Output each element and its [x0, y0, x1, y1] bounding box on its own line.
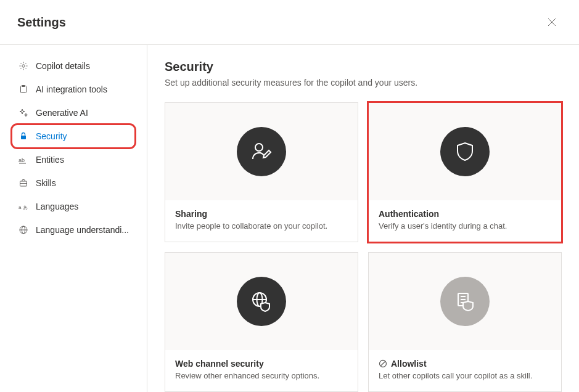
card-allowlist[interactable]: Allowlist Let other copilots call your c… — [368, 252, 562, 392]
sidebar-item-label: Copilot details — [36, 61, 90, 71]
language-icon: aあ — [18, 202, 28, 211]
svg-text:ab: ab — [18, 157, 25, 163]
svg-rect-3 — [21, 136, 26, 139]
card-icon-area — [369, 103, 561, 200]
card-title: Sharing — [175, 209, 348, 219]
sidebar-item-languages[interactable]: aあ Languages — [0, 195, 147, 218]
sidebar-item-copilot-details[interactable]: Copilot details — [0, 55, 147, 77]
sidebar-item-label: Language understandi... — [36, 225, 129, 235]
card-title: Web channel security — [175, 359, 348, 369]
sidebar-item-ai-integration[interactable]: AI integration tools — [0, 78, 147, 100]
close-icon — [548, 18, 556, 27]
clipboard-icon — [18, 84, 28, 94]
svg-rect-1 — [21, 86, 27, 93]
close-button[interactable] — [542, 12, 562, 32]
globe-icon — [18, 225, 28, 235]
page-title: Settings — [17, 15, 66, 30]
prohibited-icon — [379, 359, 387, 368]
svg-text:あ: あ — [23, 205, 28, 210]
card-icon-area — [165, 253, 358, 350]
svg-line-22 — [380, 361, 385, 366]
card-web-channel-security[interactable]: Web channel security Review other enhanc… — [165, 252, 358, 392]
sidebar-item-entities[interactable]: ab Entities — [0, 149, 147, 171]
sidebar-item-skills[interactable]: Skills — [0, 172, 147, 194]
card-desc: Review other enhanced security options. — [175, 371, 348, 380]
person-edit-icon — [237, 127, 286, 176]
sidebar-item-security[interactable]: Security — [12, 125, 134, 147]
shield-icon — [440, 127, 490, 176]
sparkle-icon — [18, 108, 28, 118]
sidebar-item-label: Generative AI — [36, 108, 88, 118]
security-card-grid: Sharing Invite people to collaborate on … — [165, 102, 562, 392]
card-body: Allowlist Let other copilots call your c… — [369, 350, 561, 391]
briefcase-icon — [18, 178, 28, 188]
card-desc: Verify a user's identity during a chat. — [379, 221, 551, 231]
card-title: Authentication — [379, 209, 551, 219]
entities-icon: ab — [18, 155, 28, 165]
sidebar-item-label: Security — [36, 131, 67, 141]
card-desc: Let other copilots call your copilot as … — [379, 371, 551, 380]
svg-point-13 — [255, 144, 263, 151]
section-subtitle: Set up additional security measures for … — [165, 78, 562, 88]
card-icon-area — [369, 253, 561, 350]
sidebar-item-label: AI integration tools — [36, 84, 107, 94]
document-shield-icon — [440, 277, 490, 326]
card-title: Allowlist — [379, 359, 551, 369]
globe-shield-icon — [237, 277, 286, 326]
section-title: Security — [165, 60, 562, 74]
sidebar-item-label: Skills — [36, 178, 56, 188]
card-title-text: Allowlist — [391, 359, 427, 369]
svg-point-0 — [22, 65, 25, 67]
card-body: Sharing Invite people to collaborate on … — [165, 200, 358, 242]
sidebar-item-generative-ai[interactable]: Generative AI — [0, 102, 147, 124]
card-body: Web channel security Review other enhanc… — [165, 350, 358, 391]
sidebar-item-label: Entities — [36, 155, 64, 165]
lock-icon — [18, 131, 28, 141]
settings-sidebar: Copilot details AI integration tools Gen… — [0, 45, 147, 392]
sidebar-item-language-understanding[interactable]: Language understandi... — [0, 219, 147, 241]
svg-text:a: a — [18, 205, 22, 210]
card-authentication[interactable]: Authentication Verify a user's identity … — [368, 102, 562, 242]
card-icon-area — [165, 103, 358, 200]
card-body: Authentication Verify a user's identity … — [369, 200, 561, 242]
header: Settings — [0, 0, 579, 45]
card-sharing[interactable]: Sharing Invite people to collaborate on … — [165, 102, 358, 242]
gear-icon — [18, 61, 28, 71]
sidebar-item-label: Languages — [36, 202, 78, 211]
card-desc: Invite people to collaborate on your cop… — [175, 221, 348, 231]
main-content: Security Set up additional security meas… — [147, 45, 579, 392]
